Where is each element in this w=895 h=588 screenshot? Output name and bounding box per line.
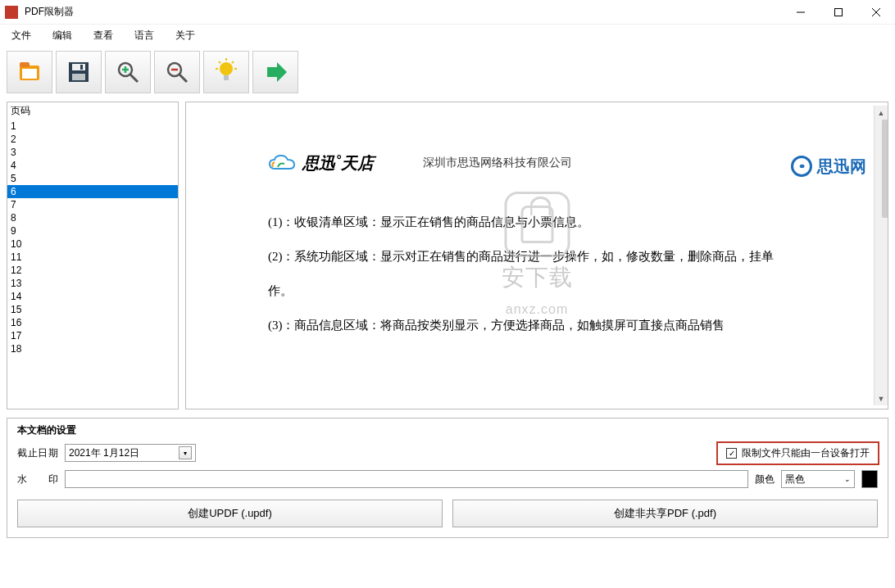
doc-line-1: (1)：收银清单区域：显示正在销售的商品信息与小票信息。 — [268, 207, 855, 237]
create-updf-label: 创建UPDF (.updf) — [188, 506, 272, 521]
page-item-13[interactable]: 13 — [7, 277, 178, 290]
watermark-input[interactable] — [65, 470, 748, 488]
menu-view[interactable]: 查看 — [90, 27, 116, 44]
page-item-8[interactable]: 8 — [7, 211, 178, 224]
brand-right: ⚭ 思迅网 — [791, 147, 866, 186]
create-updf-button[interactable]: 创建UPDF (.updf) — [17, 500, 443, 527]
title-bar: PDF限制器 — [0, 0, 895, 25]
page-item-11[interactable]: 11 — [7, 251, 178, 264]
svg-rect-10 — [80, 65, 83, 70]
date-dropdown-icon[interactable]: ▾ — [179, 446, 192, 459]
maximize-button[interactable] — [820, 0, 857, 25]
svg-rect-5 — [20, 62, 30, 67]
color-select[interactable]: 黑色 ⌄ — [781, 470, 855, 488]
scroll-thumb[interactable] — [882, 120, 888, 218]
brand-right-text: 思迅网 — [817, 147, 866, 186]
svg-rect-9 — [72, 74, 85, 80]
svg-rect-1 — [835, 8, 843, 16]
open-button[interactable] — [7, 51, 52, 93]
brand-text: 思迅˚天店 — [302, 143, 374, 183]
doc-line-3: (3)：商品信息区域：将商品按类别显示，方便选择商品，如触摸屏可直接点商品销售 — [268, 310, 855, 340]
settings-panel: 本文档的设置 截止日期 2021年 1月12日 ▾ ✓ 限制文件只能由一台设备打… — [7, 418, 888, 538]
main-area: 页码 123456789101112131415161718 思迅˚天店 深圳市… — [0, 98, 895, 409]
color-swatch[interactable] — [861, 470, 878, 488]
doc-line-2b: 作。 — [268, 276, 855, 305]
page-item-4[interactable]: 4 — [7, 159, 178, 172]
page-item-7[interactable]: 7 — [7, 198, 178, 211]
color-value: 黑色 — [785, 473, 805, 486]
page-item-3[interactable]: 3 — [7, 146, 178, 159]
page-item-14[interactable]: 14 — [7, 290, 178, 303]
svg-line-16 — [179, 75, 187, 82]
document-content: 思迅˚天店 深圳市思迅网络科技有限公司 ⚭ 思迅网 (1)：收银清单区域：显示正… — [186, 102, 871, 409]
menu-bar: 文件 编辑 查看 语言 关于 — [0, 25, 895, 46]
create-pdf-button[interactable]: 创建非共享PDF (.pdf) — [452, 500, 878, 527]
company-name: 深圳市思迅网络科技有限公司 — [423, 149, 572, 177]
svg-rect-8 — [72, 64, 85, 70]
svg-line-12 — [130, 75, 138, 82]
page-item-6[interactable]: 6 — [7, 185, 178, 198]
page-item-1[interactable]: 1 — [7, 120, 178, 133]
page-item-10[interactable]: 10 — [7, 237, 178, 251]
svg-rect-6 — [22, 69, 37, 79]
doc-line-2: (2)：系统功能区域：显示对正在销售的商品进行进一步操作，如，修改数量，删除商品… — [268, 242, 855, 271]
page-item-17[interactable]: 17 — [7, 329, 178, 342]
deadline-input[interactable]: 2021年 1月12日 ▾ — [65, 444, 196, 462]
menu-file[interactable]: 文件 — [8, 27, 34, 44]
menu-language[interactable]: 语言 — [131, 27, 157, 44]
save-button[interactable] — [56, 51, 102, 93]
brand-logo: 思迅˚天店 — [268, 143, 374, 183]
page-item-15[interactable]: 15 — [7, 303, 178, 316]
page-item-9[interactable]: 9 — [7, 224, 178, 237]
close-button[interactable] — [857, 0, 895, 25]
window-title: PDF限制器 — [25, 5, 782, 19]
page-list[interactable]: 页码 123456789101112131415161718 — [7, 102, 179, 409]
window-controls — [782, 0, 895, 25]
page-item-2[interactable]: 2 — [7, 133, 178, 146]
svg-point-18 — [220, 62, 233, 75]
page-item-5[interactable]: 5 — [7, 172, 178, 185]
document-viewer[interactable]: 思迅˚天店 深圳市思迅网络科技有限公司 ⚭ 思迅网 (1)：收银清单区域：显示正… — [185, 102, 888, 409]
vertical-scrollbar[interactable]: ▲ ▼ — [874, 106, 888, 405]
run-button[interactable] — [252, 51, 298, 93]
zoom-in-button[interactable] — [105, 51, 151, 93]
app-icon — [5, 6, 18, 19]
toolbar — [0, 46, 895, 98]
page-item-12[interactable]: 12 — [7, 264, 178, 277]
create-pdf-label: 创建非共享PDF (.pdf) — [614, 506, 716, 521]
chevron-down-icon: ⌄ — [844, 475, 851, 483]
color-label: 颜色 — [755, 473, 775, 486]
watermark-label: 水印 — [17, 473, 58, 486]
deadline-label: 截止日期 — [17, 446, 58, 460]
page-item-16[interactable]: 16 — [7, 316, 178, 329]
scroll-down-arrow[interactable]: ▼ — [875, 391, 888, 405]
scroll-up-arrow[interactable]: ▲ — [875, 106, 888, 120]
svg-rect-19 — [224, 75, 229, 80]
hint-button[interactable] — [203, 51, 249, 93]
restrict-label: 限制文件只能由一台设备打开 — [742, 446, 870, 460]
restrict-device-box[interactable]: ✓ 限制文件只能由一台设备打开 — [716, 441, 879, 465]
cloud-icon — [268, 154, 296, 172]
page-list-header: 页码 — [7, 102, 178, 120]
page-item-18[interactable]: 18 — [7, 342, 178, 355]
restrict-checkbox[interactable]: ✓ — [726, 448, 737, 459]
menu-edit[interactable]: 编辑 — [49, 27, 75, 44]
settings-title: 本文档的设置 — [17, 423, 878, 437]
deadline-value: 2021年 1月12日 — [69, 446, 139, 460]
zoom-out-button[interactable] — [154, 51, 200, 93]
link-icon: ⚭ — [791, 156, 812, 177]
minimize-button[interactable] — [782, 0, 820, 25]
menu-about[interactable]: 关于 — [172, 27, 198, 44]
